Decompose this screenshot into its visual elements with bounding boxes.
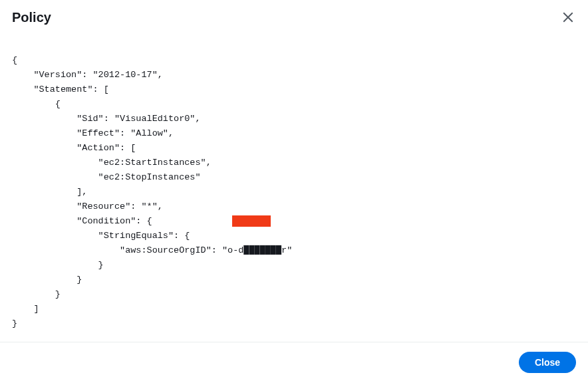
redaction-block: [232, 215, 271, 227]
code-line: "aws:SourceOrgID": "o-d███████r": [12, 245, 292, 255]
code-line: }: [12, 260, 104, 270]
dialog-header: Policy: [0, 0, 588, 25]
code-line: "Sid": "VisualEditor0",: [12, 114, 201, 124]
code-line: {: [12, 55, 17, 65]
code-line: }: [12, 275, 82, 285]
policy-json: { "Version": "2012-10-17", "Statement": …: [12, 39, 576, 360]
code-line: "Statement": [: [12, 84, 109, 94]
code-line: "Resource": "*",: [12, 201, 163, 211]
code-line: "Effect": "Allow",: [12, 128, 174, 138]
code-line: }: [12, 289, 61, 299]
dialog-title: Policy: [12, 10, 51, 25]
code-line: "ec2:StopInstances": [12, 172, 201, 182]
code-line: "Version": "2012-10-17",: [12, 70, 163, 80]
dialog-footer: Close: [0, 342, 588, 381]
code-line: "StringEquals": {: [12, 231, 190, 241]
code-line: ],: [12, 187, 87, 197]
code-line: "Action": [: [12, 143, 136, 153]
close-icon[interactable]: [560, 9, 576, 25]
close-button[interactable]: Close: [519, 352, 576, 373]
code-line: "Condition": {: [12, 216, 152, 226]
code-line: "ec2:StartInstances",: [12, 158, 212, 168]
dialog-body: { "Version": "2012-10-17", "Statement": …: [0, 25, 588, 367]
code-line: {: [12, 99, 61, 109]
code-line: ]: [12, 304, 39, 314]
code-line: }: [12, 318, 17, 328]
